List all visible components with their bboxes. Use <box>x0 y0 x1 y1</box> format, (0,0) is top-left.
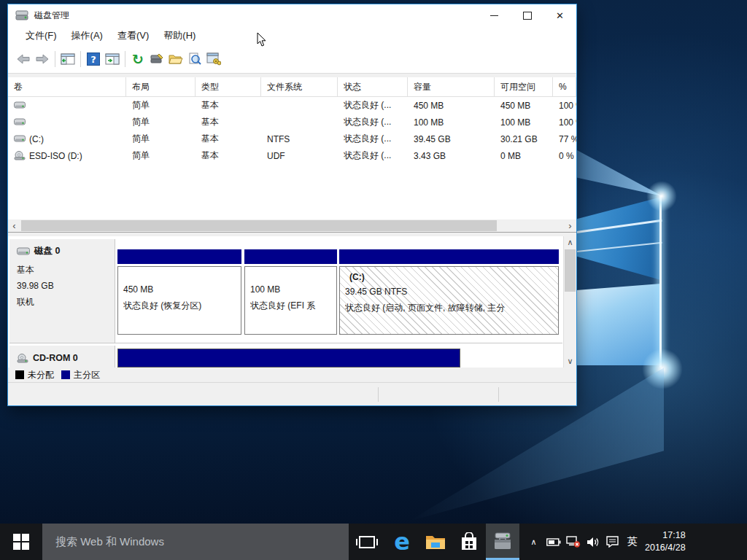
legend-primary-swatch <box>61 370 70 379</box>
minimize-button[interactable] <box>478 4 511 26</box>
menu-view[interactable]: 查看(V) <box>110 27 156 44</box>
legend: 未分配 主分区 <box>8 368 576 382</box>
partition-recovery[interactable]: 450 MB 状态良好 (恢复分区) <box>117 249 241 338</box>
disk0-size: 39.98 GB <box>17 278 115 294</box>
partition-status: 状态良好 (EFI 系 <box>250 298 331 314</box>
partition-efi[interactable]: 100 MB 状态良好 (EFI 系 <box>244 249 337 338</box>
tray-chevron-icon[interactable]: ∧ <box>524 524 543 560</box>
clock-time: 17:18 <box>645 529 686 542</box>
scroll-down-icon[interactable]: ∨ <box>564 355 576 368</box>
titlebar[interactable]: 磁盘管理 ✕ <box>8 4 576 26</box>
volume-type: 基本 <box>196 133 261 145</box>
help-icon[interactable]: ? <box>84 50 103 69</box>
disk0-type: 基本 <box>17 262 115 278</box>
table-row[interactable]: 简单 基本 状态良好 (... 450 MB 450 MB 100 % <box>8 97 576 114</box>
volume-fs: UDF <box>261 151 338 161</box>
action-pane-icon[interactable] <box>103 50 122 69</box>
taskbar: 搜索 Web 和 Windows e <box>0 524 747 560</box>
column-layout[interactable]: 布局 <box>126 77 196 96</box>
scrollbar-thumb[interactable] <box>565 249 576 292</box>
partition-status: 状态良好 (启动, 页面文件, 故障转储, 主分 <box>345 300 553 316</box>
start-button[interactable] <box>0 524 42 560</box>
partition-color-strip <box>339 249 559 264</box>
console-tree-icon[interactable] <box>58 50 77 69</box>
column-status[interactable]: 状态 <box>338 77 408 96</box>
column-filesystem[interactable]: 文件系统 <box>261 77 338 96</box>
column-capacity[interactable]: 容量 <box>408 77 495 96</box>
table-row[interactable]: 简单 基本 状态良好 (... 100 MB 100 MB 100 % <box>8 114 576 131</box>
disk-management-app-icon <box>492 531 513 551</box>
window-title: 磁盘管理 <box>34 9 69 22</box>
table-row[interactable]: ESD-ISO (D:) 简单 基本 UDF 状态良好 (... 3.43 GB… <box>8 147 576 164</box>
disk0-info[interactable]: 磁盘 0 基本 39.98 GB 联机 <box>9 239 115 343</box>
disk-properties-icon[interactable] <box>147 50 166 69</box>
volume-free: 0 MB <box>495 151 553 161</box>
volume-type: 基本 <box>196 149 261 162</box>
network-error-icon[interactable] <box>563 524 583 560</box>
column-freespace[interactable]: 可用空间 <box>495 77 553 96</box>
disk-management-taskbar-button[interactable] <box>486 524 519 560</box>
settings-icon[interactable] <box>204 50 223 69</box>
file-explorer-icon <box>425 534 446 550</box>
mouse-cursor <box>257 32 267 47</box>
cdrom0-row: CD-ROM 0 <box>9 346 562 368</box>
menu-file[interactable]: 文件(F) <box>18 27 64 44</box>
system-tray: ∧ 英 <box>524 524 642 560</box>
menu-bar: 文件(F) 操作(A) 查看(V) 帮助(H) <box>8 26 576 45</box>
scrollbar-thumb[interactable] <box>21 220 497 231</box>
volume-free: 30.21 GB <box>495 134 553 144</box>
disk-management-window: 磁盘管理 ✕ 文件(F) 操作(A) 查看(V) 帮助(H) <box>7 4 577 406</box>
back-icon[interactable] <box>14 50 33 69</box>
cd-drive-icon <box>17 354 28 363</box>
action-center-icon[interactable] <box>603 524 622 560</box>
windows-logo-icon <box>13 534 29 550</box>
cdrom0-info[interactable]: CD-ROM 0 <box>9 346 115 368</box>
volume-status: 状态良好 (... <box>338 149 408 162</box>
column-percent[interactable]: % <box>553 77 576 96</box>
volume-name: (C:) <box>29 134 44 144</box>
edge-taskbar-button[interactable]: e <box>385 524 419 560</box>
speaker-icon[interactable] <box>583 524 603 560</box>
scroll-right-icon[interactable]: › <box>564 219 576 232</box>
table-row[interactable]: (C:) 简单 基本 NTFS 状态良好 (... 39.45 GB 30.21… <box>8 131 576 147</box>
wallpaper-logo-edge <box>659 195 662 368</box>
column-type[interactable]: 类型 <box>196 77 261 96</box>
volume-list-header: 卷 布局 类型 文件系统 状态 容量 可用空间 % <box>8 77 576 97</box>
open-folder-icon[interactable] <box>166 50 185 69</box>
cdrom0-partition-bar[interactable] <box>117 349 460 368</box>
vertical-scrollbar[interactable]: ∧ ∨ <box>563 236 576 368</box>
refresh-icon[interactable]: ↻ <box>128 50 147 69</box>
battery-icon[interactable] <box>543 524 563 560</box>
partition-name: (C:) <box>345 271 553 284</box>
ime-indicator[interactable]: 英 <box>622 524 642 560</box>
volume-layout: 简单 <box>126 149 196 162</box>
close-button[interactable]: ✕ <box>543 4 576 26</box>
maximize-button[interactable] <box>511 4 543 26</box>
scroll-left-icon[interactable]: ‹ <box>8 219 20 232</box>
scroll-up-icon[interactable]: ∧ <box>564 236 576 249</box>
taskbar-search-input[interactable]: 搜索 Web 和 Windows <box>42 524 349 560</box>
menu-help[interactable]: 帮助(H) <box>156 27 203 44</box>
partition-status: 状态良好 (恢复分区) <box>123 298 236 314</box>
taskbar-clock[interactable]: 17:18 2016/4/28 <box>645 524 686 560</box>
volume-pct: 77 % <box>553 134 576 144</box>
volume-type: 基本 <box>196 116 261 128</box>
find-icon[interactable] <box>185 50 204 69</box>
column-volume[interactable]: 卷 <box>8 77 126 96</box>
volume-pct: 100 % <box>553 117 576 128</box>
horizontal-scrollbar[interactable]: ‹ › <box>8 219 576 232</box>
partition-c[interactable]: (C:) 39.45 GB NTFS 状态良好 (启动, 页面文件, 故障转储,… <box>339 249 559 338</box>
volume-layout: 简单 <box>126 133 196 145</box>
store-taskbar-button[interactable] <box>452 524 486 560</box>
volume-fs: NTFS <box>261 134 338 144</box>
partition-color-strip <box>244 249 337 264</box>
volume-type: 基本 <box>196 99 261 112</box>
legend-primary-label: 主分区 <box>74 369 100 381</box>
volume-status: 状态良好 (... <box>338 116 408 128</box>
volume-status: 状态良好 (... <box>338 133 408 145</box>
menu-action[interactable]: 操作(A) <box>64 27 110 44</box>
task-view-button[interactable] <box>349 524 385 560</box>
volume-pct: 0 % <box>553 151 576 161</box>
forward-icon[interactable] <box>33 50 52 69</box>
file-explorer-taskbar-button[interactable] <box>419 524 452 560</box>
